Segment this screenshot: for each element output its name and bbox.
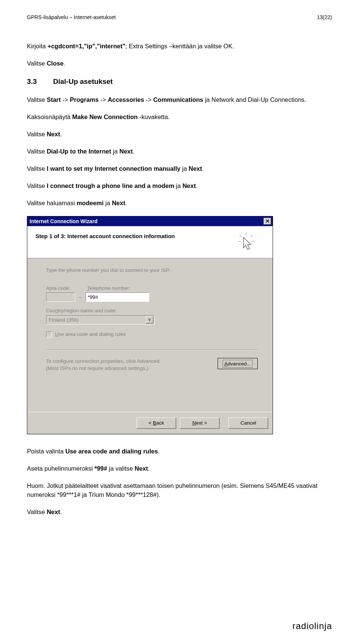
telephone-label: Telephone number: bbox=[87, 285, 131, 292]
back-button[interactable]: < Back bbox=[136, 417, 176, 429]
para-11: Aseta puhelinnumeroksi *99# ja valitse N… bbox=[27, 464, 332, 473]
para-4: Kaksoisnäpäytä Make New Connection -kuva… bbox=[27, 113, 332, 122]
svg-line-0 bbox=[240, 235, 241, 237]
wizard-banner: Step 1 of 3: Internet account connection… bbox=[27, 226, 273, 258]
para-6: Valitse Dial-Up to the Internet ja Next. bbox=[27, 147, 332, 156]
heading-3-3: 3.3 Dial-Up asetukset bbox=[27, 76, 332, 87]
wizard-step-title: Step 1 of 3: Internet account connection… bbox=[36, 232, 175, 240]
doc-header-left: GPRS-lisäpalvelu – Internet-asetukset bbox=[27, 14, 116, 20]
cancel-button[interactable]: Cancel bbox=[228, 417, 268, 429]
use-area-code-checkbox[interactable]: Use area code and dialing rules bbox=[46, 331, 258, 338]
close-icon[interactable]: ✕ bbox=[264, 218, 271, 225]
wizard-instruction: Type the phone number you dial to connec… bbox=[46, 267, 170, 273]
cursor-star-icon bbox=[237, 232, 255, 251]
area-code-input[interactable] bbox=[46, 292, 75, 302]
chevron-down-icon: ▼ bbox=[146, 316, 153, 323]
para-2: Valitse Close. bbox=[27, 59, 332, 68]
para-12: Huom. Jotkut päätelaitteet vaativat aset… bbox=[27, 482, 332, 499]
wizard-dialog: Internet Connection Wizard ✕ Step 1 of 3… bbox=[27, 216, 273, 434]
advanced-note: To configure connection properties, clic… bbox=[46, 358, 161, 371]
telephone-input[interactable]: *99# bbox=[86, 292, 149, 302]
para-5: Valitse Next. bbox=[27, 130, 332, 139]
wizard-titlebar[interactable]: Internet Connection Wizard ✕ bbox=[27, 216, 273, 226]
para-10: Poista valinta Use area code and dialing… bbox=[27, 447, 332, 456]
para-1: Kirjoita +cgdcont=1,"ip","internet"; Ext… bbox=[27, 42, 332, 51]
para-9: Valitse haluamasi modeemi ja Next. bbox=[27, 199, 332, 208]
para-13: Valitse Next. bbox=[27, 508, 332, 517]
wizard-button-row: < Back Next > Cancel bbox=[27, 412, 273, 434]
wizard-body: Type the phone number you dial to connec… bbox=[27, 258, 273, 412]
checkbox-icon bbox=[46, 331, 52, 337]
advanced-button[interactable]: Advanced... bbox=[218, 358, 258, 369]
country-value: Finland (358) bbox=[49, 316, 79, 324]
doc-header-right: 13(22) bbox=[317, 14, 332, 20]
area-code-label: Area code: bbox=[46, 285, 80, 292]
para-3: Valitse Start -> Programs -> Accessories… bbox=[27, 95, 332, 104]
radiolinja-logo: radiolinja bbox=[292, 621, 332, 631]
use-area-code-label: Use area code and dialing rules bbox=[55, 331, 126, 338]
wizard-title: Internet Connection Wizard bbox=[30, 218, 98, 225]
para-7: Valitse I want to set my Internet connec… bbox=[27, 164, 332, 173]
footer-logo: radiolinja bbox=[292, 621, 332, 631]
divider bbox=[46, 350, 258, 350]
svg-line-1 bbox=[251, 235, 252, 237]
doc-header: GPRS-lisäpalvelu – Internet-asetukset 13… bbox=[27, 14, 332, 20]
country-select[interactable]: Finland (358) ▼ bbox=[46, 315, 154, 325]
country-label: Country/region name and code: bbox=[46, 307, 258, 315]
para-8: Valitse I connect trough a phone line an… bbox=[27, 182, 332, 191]
next-button[interactable]: Next > bbox=[180, 417, 220, 429]
